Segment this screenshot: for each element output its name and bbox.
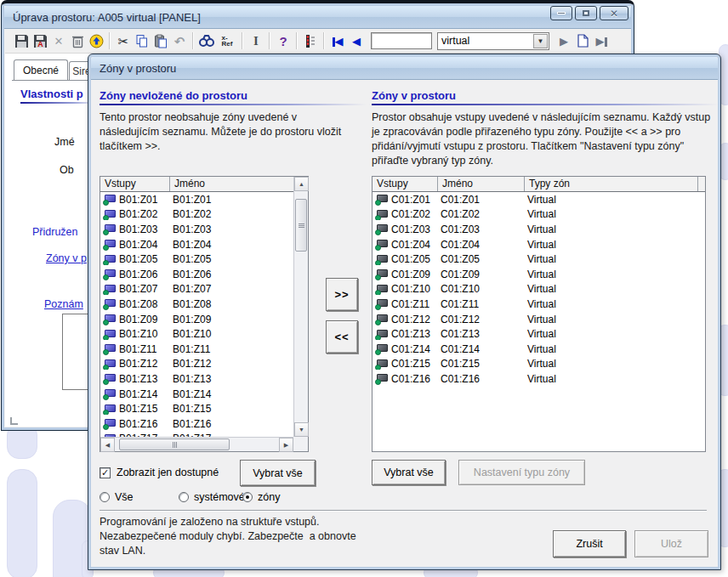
table-row[interactable]: C01:Z09 C01:Z09 Virtual (373, 267, 705, 282)
maximize-icon (583, 10, 589, 16)
main-window-titlebar[interactable]: Úprava prostoru: A005 virtual [PANEL] (4, 6, 631, 29)
record-search-input[interactable] (371, 32, 432, 49)
minimize-icon (557, 12, 566, 14)
set-zone-type-button[interactable]: Nastavení typu zóny (458, 460, 585, 485)
footer-separator (100, 510, 707, 512)
zone-device-icon (376, 344, 388, 354)
table-row[interactable]: B01:Z16 B01:Z16 (100, 416, 293, 432)
zones-in-space-link[interactable]: Zóny v p (46, 252, 87, 264)
table-row[interactable]: C01:Z15 C01:Z15 Virtual (373, 357, 705, 372)
show-available-checkbox[interactable]: ✓ (100, 467, 111, 478)
field-info-icon[interactable]: I (247, 32, 265, 49)
table-row[interactable]: C01:Z16 C01:Z16 Virtual (373, 371, 705, 387)
table-row[interactable]: B01:Z05 B01:Z05 (100, 252, 293, 267)
left-list-vscroll-thumb[interactable] (295, 199, 307, 252)
scroll-down-icon[interactable]: ▼ (294, 422, 309, 437)
remove-from-space-button[interactable]: << (326, 320, 358, 354)
table-row[interactable]: C01:Z02 C01:Z02 Virtual (373, 207, 705, 223)
select-all-left-button[interactable]: Vybrat vše (240, 460, 316, 486)
nav-next-icon[interactable]: ▶ (555, 32, 573, 49)
footer-line-1: Programování je založeno na struktuře vs… (100, 515, 356, 529)
column-header-vstupy[interactable]: Vstupy (100, 177, 170, 191)
minimize-button[interactable] (550, 6, 572, 20)
show-available-label: Zobrazit jen dostupné (117, 467, 219, 478)
table-row[interactable]: B01:Z01 B01:Z01 (100, 192, 293, 207)
device-combobox[interactable]: virtual ▼ (437, 32, 549, 50)
help-icon[interactable]: ? (274, 32, 293, 49)
close-button[interactable]: ✕ (600, 6, 628, 20)
add-to-space-button[interactable]: >> (326, 278, 358, 311)
table-row[interactable]: B01:Z11 B01:Z11 (100, 342, 293, 357)
scroll-left-icon[interactable]: ◀ (100, 438, 115, 452)
maximize-button[interactable] (575, 6, 597, 20)
panel-list-icon[interactable] (301, 32, 320, 49)
save-icon[interactable] (12, 32, 31, 49)
table-row[interactable]: C01:Z14 C01:Z14 Virtual (373, 342, 705, 357)
undo-icon[interactable]: ↶ (170, 32, 189, 49)
left-list-hscroll-thumb[interactable] (119, 438, 230, 450)
table-row[interactable]: C01:Z10 C01:Z10 Virtual (373, 282, 705, 297)
dialog-titlebar[interactable]: Zóny v prostoru (91, 57, 718, 80)
scroll-up-icon[interactable]: ▲ (294, 177, 309, 191)
available-zones-list[interactable]: Vstupy Jméno B01:Z01 B01:Z01 B01:Z02 B01… (100, 176, 309, 452)
table-row[interactable]: B01:Z07 B01:Z07 (100, 282, 293, 297)
zones-in-space-header: Vstupy Jméno Typy zón (373, 177, 705, 192)
zones-in-space-list[interactable]: Vstupy Jméno Typy zón C01:Z01 C01:Z01 Vi… (372, 176, 706, 452)
table-row[interactable]: B01:Z12 B01:Z12 (100, 357, 293, 372)
find-icon[interactable] (197, 32, 216, 49)
table-row[interactable]: B01:Z08 B01:Z08 (100, 297, 293, 312)
nav-first-icon[interactable]: ◀ (328, 32, 347, 49)
table-row[interactable]: B01:Z15 B01:Z15 (100, 401, 293, 416)
table-row[interactable]: B01:Z03 B01:Z03 (100, 222, 293, 237)
radio-systemove[interactable] (179, 492, 189, 502)
scroll-right-icon[interactable]: ▶ (279, 438, 293, 452)
nav-last-icon[interactable]: ▶ (592, 32, 611, 49)
column-header-extra[interactable] (698, 177, 705, 191)
cross-ref-icon[interactable]: x-Ref (216, 32, 238, 49)
chevron-down-icon[interactable]: ▼ (533, 34, 548, 48)
delete-icon[interactable]: ✕ (49, 32, 68, 49)
column-header-vstupy[interactable]: Vstupy (373, 177, 438, 191)
zone-device-icon (104, 419, 116, 428)
desktop-watermark-shape (7, 469, 37, 577)
copy-icon[interactable] (133, 32, 151, 49)
cut-icon[interactable]: ✂ (114, 32, 133, 49)
table-row[interactable]: C01:Z03 C01:Z03 Virtual (373, 222, 705, 237)
table-row[interactable]: C01:Z04 C01:Z04 Virtual (373, 237, 705, 252)
table-row[interactable]: C01:Z13 C01:Z13 Virtual (373, 326, 705, 342)
table-row[interactable]: C01:Z12 C01:Z12 Virtual (373, 312, 705, 327)
paste-icon[interactable] (151, 32, 170, 49)
table-row[interactable]: B01:Z13 B01:Z13 (100, 371, 293, 387)
table-row[interactable]: B01:Z09 B01:Z09 (100, 312, 293, 327)
column-header-jmeno[interactable]: Jméno (170, 177, 293, 191)
svg-text:A: A (37, 40, 43, 48)
table-row[interactable]: B01:Z02 B01:Z02 (100, 207, 293, 223)
column-header-jmeno[interactable]: Jméno (438, 177, 525, 191)
table-row[interactable]: B01:Z04 B01:Z04 (100, 237, 293, 252)
properties-heading-underline (20, 102, 97, 104)
note-link[interactable]: Poznám (44, 298, 83, 310)
radio-vse[interactable] (100, 492, 110, 502)
table-row[interactable]: C01:Z05 C01:Z05 Virtual (373, 252, 705, 267)
new-record-icon[interactable] (573, 32, 592, 49)
send-icon[interactable] (87, 32, 105, 49)
trash-icon[interactable] (68, 32, 87, 49)
left-list-vscrollbar[interactable]: ▲ ▼ (293, 177, 308, 437)
nav-prev-icon[interactable]: ◀ (347, 32, 366, 49)
table-row[interactable]: C01:Z11 C01:Z11 Virtual (373, 297, 705, 312)
tab-obecne[interactable]: Obecné (14, 59, 68, 80)
save-button[interactable]: Ulož (634, 530, 708, 557)
cancel-button[interactable]: Zrušit (553, 530, 626, 557)
save-as-icon[interactable]: A (31, 32, 49, 49)
table-row[interactable]: C01:Z01 C01:Z01 Virtual (373, 192, 705, 207)
select-all-right-button[interactable]: Vybrat vše (372, 460, 446, 485)
table-row[interactable]: B01:Z10 B01:Z10 (100, 326, 293, 342)
table-row[interactable]: B01:Z06 B01:Z06 (100, 267, 293, 282)
resize-grip[interactable] (10, 417, 18, 425)
column-header-typy-zon[interactable]: Typy zón (525, 177, 698, 191)
radio-zony[interactable] (242, 492, 253, 502)
zone-device-icon (104, 195, 116, 204)
left-list-hscrollbar[interactable]: ◀ ▶ (100, 437, 293, 451)
zone-device-icon (376, 374, 388, 383)
table-row[interactable]: B01:Z14 B01:Z14 (100, 387, 293, 402)
